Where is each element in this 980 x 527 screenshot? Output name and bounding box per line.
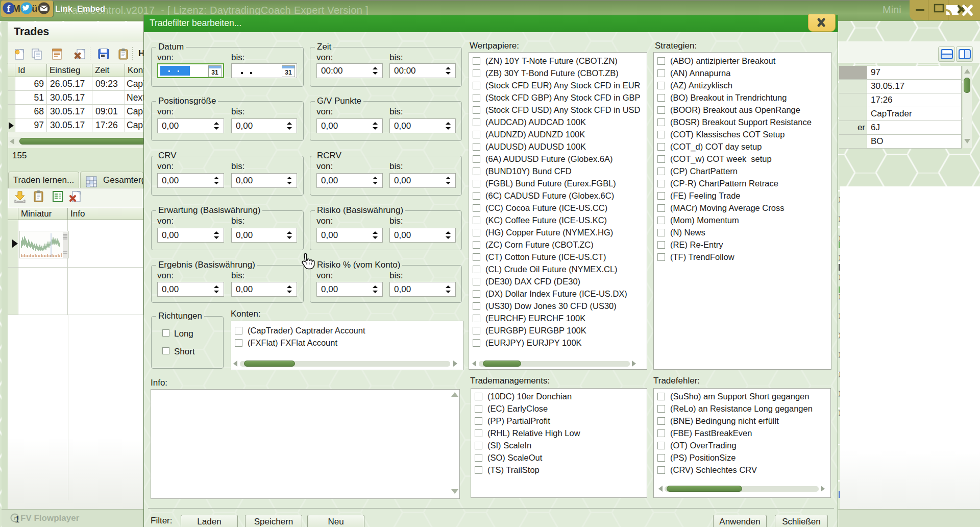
svg-text:FV Flowplayer: FV Flowplayer — [20, 513, 80, 523]
svg-text:f: f — [7, 3, 11, 14]
